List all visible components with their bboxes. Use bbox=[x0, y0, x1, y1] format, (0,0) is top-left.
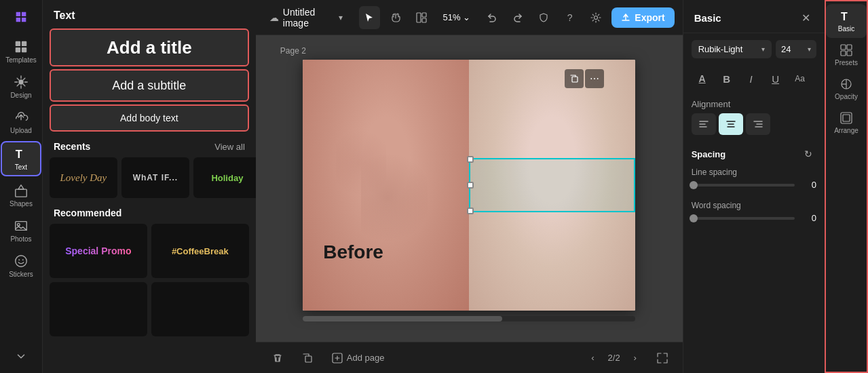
align-center-btn[interactable] bbox=[719, 113, 743, 135]
copy-btn[interactable] bbox=[297, 347, 318, 369]
hand-tool-btn[interactable] bbox=[385, 6, 406, 29]
canvas[interactable]: Before ⋯ bbox=[303, 60, 635, 311]
align-right-btn[interactable] bbox=[746, 113, 770, 135]
right-sidebar-tabs: T Basic Presets Opacity bbox=[825, 0, 868, 373]
undo-btn[interactable] bbox=[481, 6, 502, 29]
sidebar-item-templates[interactable]: Templates bbox=[1, 35, 41, 68]
rec-item-coffee-break[interactable]: #CoffeeBreak bbox=[151, 224, 249, 278]
selection-handle-tl[interactable] bbox=[467, 156, 474, 163]
pointer-tool-btn[interactable] bbox=[359, 6, 379, 29]
font-size-control[interactable]: 24 ▾ bbox=[776, 40, 816, 58]
svg-rect-20 bbox=[841, 45, 846, 50]
sidebar-item-design[interactable]: Design bbox=[1, 71, 41, 103]
sidebar-collapse-btn[interactable] bbox=[1, 345, 41, 368]
align-left-btn[interactable] bbox=[692, 113, 716, 135]
text-templates: Add a title Add a subtitle Add body text bbox=[43, 28, 256, 132]
sidebar-item-stickers[interactable]: Stickers bbox=[1, 250, 41, 282]
sidebar-item-shapes[interactable]: Shapes bbox=[1, 179, 41, 212]
line-spacing-control: Line spacing 0 bbox=[683, 165, 825, 193]
tab-arrange-label: Arrange bbox=[834, 127, 858, 134]
svg-point-11 bbox=[22, 259, 24, 260]
close-icon: ✕ bbox=[801, 12, 810, 24]
recent-item-lovely-day[interactable]: Lovely Day bbox=[50, 157, 117, 198]
word-spacing-slider-row: 0 bbox=[692, 213, 816, 223]
svg-point-8 bbox=[17, 223, 20, 226]
redo-btn[interactable] bbox=[508, 6, 528, 29]
view-all-link[interactable]: View all bbox=[214, 142, 245, 152]
recent-item-what-if[interactable]: WhAT IF... bbox=[121, 157, 189, 198]
next-page-btn[interactable]: › bbox=[626, 349, 645, 368]
recommended-label: Recommended bbox=[54, 208, 121, 218]
bold-icon: B bbox=[723, 73, 730, 85]
add-body-button[interactable]: Add body text bbox=[50, 104, 249, 132]
sidebar-item-photos[interactable]: Photos bbox=[1, 214, 41, 247]
font-family-label: Rubik-Light bbox=[698, 44, 743, 54]
spacing-refresh-btn[interactable]: ↻ bbox=[800, 146, 816, 162]
line-spacing-thumb[interactable] bbox=[690, 181, 698, 189]
selection-handle-bl[interactable] bbox=[467, 208, 474, 214]
tab-basic-label: Basic bbox=[838, 25, 854, 33]
font-select-chevron-icon: ▾ bbox=[761, 45, 765, 53]
case-btn[interactable]: Aa bbox=[789, 68, 811, 90]
export-btn[interactable]: Export bbox=[611, 7, 674, 28]
recents-row: Lovely Day WhAT IF... Holiday › bbox=[43, 157, 256, 198]
rec-item-placeholder-2[interactable] bbox=[151, 282, 249, 336]
sidebar-item-text[interactable]: T Text bbox=[1, 141, 41, 176]
case-icon: Aa bbox=[795, 74, 805, 83]
font-family-select[interactable]: Rubik-Light ▾ bbox=[692, 40, 772, 58]
svg-point-10 bbox=[18, 259, 20, 260]
canvas-more-btn[interactable]: ⋯ bbox=[585, 69, 604, 88]
word-spacing-label: Word spacing bbox=[692, 201, 816, 210]
canvas-before-label: Before bbox=[323, 241, 383, 263]
underline-btn[interactable]: U bbox=[765, 68, 787, 90]
word-spacing-track[interactable] bbox=[692, 217, 795, 220]
svg-text:T: T bbox=[841, 11, 848, 22]
shield-btn[interactable] bbox=[533, 6, 554, 29]
svg-point-15 bbox=[595, 16, 598, 19]
svg-rect-21 bbox=[847, 45, 852, 50]
panel-close-btn[interactable]: ✕ bbox=[797, 9, 814, 26]
canvas-copy-btn[interactable] bbox=[565, 69, 584, 88]
tab-opacity[interactable]: Opacity bbox=[826, 72, 867, 106]
trash-btn[interactable] bbox=[267, 347, 288, 369]
prev-page-btn[interactable]: ‹ bbox=[584, 349, 603, 368]
underline-icon: U bbox=[772, 73, 779, 85]
help-btn[interactable]: ? bbox=[560, 6, 580, 29]
sidebar-item-logo[interactable] bbox=[1, 5, 41, 28]
svg-rect-0 bbox=[16, 41, 20, 46]
recents-label: Recents bbox=[54, 141, 90, 152]
svg-rect-26 bbox=[843, 115, 850, 121]
word-spacing-control: Word spacing 0 bbox=[683, 198, 825, 226]
svg-point-4 bbox=[18, 79, 23, 84]
settings-btn[interactable] bbox=[586, 6, 606, 29]
line-spacing-slider-row: 0 bbox=[692, 180, 816, 190]
fit-screen-btn[interactable] bbox=[653, 349, 672, 368]
add-page-btn[interactable]: Add page bbox=[326, 350, 390, 366]
italic-btn[interactable]: I bbox=[740, 68, 762, 90]
scrollbar-thumb bbox=[303, 316, 502, 321]
align-row bbox=[683, 113, 825, 140]
add-subtitle-button[interactable]: Add a subtitle bbox=[50, 69, 249, 102]
line-spacing-track[interactable] bbox=[692, 184, 795, 186]
add-title-button[interactable]: Add a title bbox=[50, 28, 249, 66]
layout-tool-btn[interactable] bbox=[411, 6, 432, 29]
text-color-btn[interactable]: A bbox=[692, 68, 713, 90]
tab-arrange[interactable]: Arrange bbox=[826, 106, 867, 140]
zoom-control[interactable]: 51% ⌄ bbox=[437, 9, 476, 25]
main-area: ☁ Untitled image ▾ bbox=[256, 0, 683, 373]
canvas-scrollbar[interactable] bbox=[303, 316, 635, 321]
italic-icon: I bbox=[750, 73, 753, 85]
tab-basic[interactable]: T Basic bbox=[826, 4, 867, 38]
sidebar-item-upload[interactable]: Upload bbox=[1, 106, 41, 138]
word-spacing-thumb[interactable] bbox=[690, 214, 698, 222]
tab-presets[interactable]: Presets bbox=[826, 38, 867, 72]
recent-item-holiday[interactable]: Holiday bbox=[193, 157, 256, 198]
rec-item-special-promo[interactable]: Special Promo bbox=[50, 224, 147, 278]
page-nav: ‹ 2/2 › bbox=[584, 349, 645, 368]
file-name-area[interactable]: ☁ Untitled image ▾ bbox=[264, 4, 349, 31]
add-page-label: Add page bbox=[347, 353, 385, 363]
bold-btn[interactable]: B bbox=[716, 68, 738, 90]
selection-handle-mid-l[interactable] bbox=[467, 182, 474, 189]
rec-item-placeholder-1[interactable] bbox=[50, 282, 147, 336]
sidebar: Templates Design Upload T Text bbox=[0, 0, 43, 373]
